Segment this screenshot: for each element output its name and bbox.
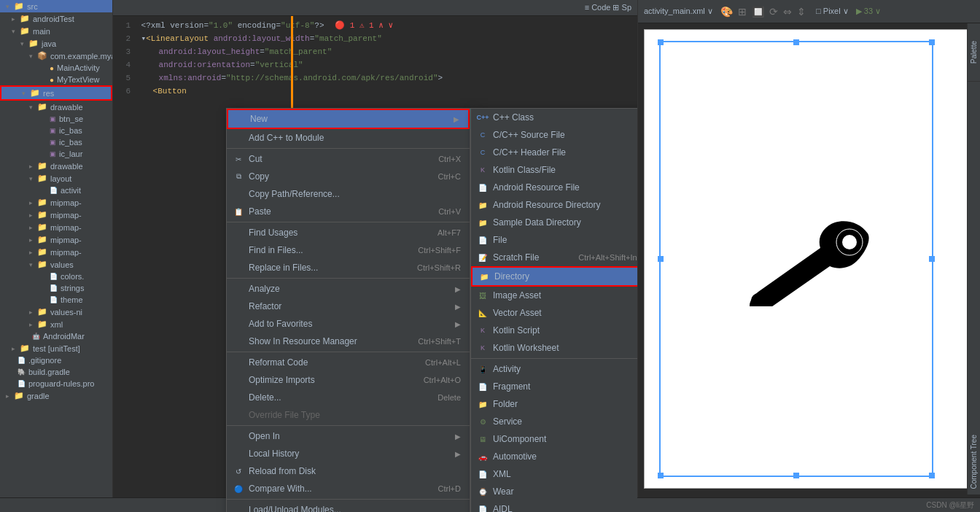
cpp-header-icon: C <box>477 147 489 158</box>
expand-arrow: ▸ <box>6 392 9 400</box>
sidebar-item-values-ni[interactable]: ▸ 📁 values-ni <box>0 306 112 318</box>
menu-item-find-files[interactable]: Find in Files... Ctrl+Shift+F <box>227 241 470 259</box>
vertical-fit-icon[interactable]: ⇕ <box>797 6 806 18</box>
rotate-icon[interactable]: ⟳ <box>769 6 778 18</box>
submenu-item-kotlin-worksheet[interactable]: K Kotlin Worksheet <box>471 339 637 357</box>
submenu-item-activity[interactable]: 📱 Activity ▶ <box>471 360 637 378</box>
sidebar-item-ic2[interactable]: ▣ ic_bas <box>0 136 112 148</box>
folder-icon: 📁 <box>37 198 47 207</box>
submenu-item-cpp-source[interactable]: C C/C++ Source File <box>471 126 637 144</box>
sidebar-item-buildgradle[interactable]: 🐘 build.gradle <box>0 366 112 378</box>
menu-item-add-favorites[interactable]: Add to Favorites ▶ <box>227 315 470 333</box>
sidebar-item-mipmap1[interactable]: ▸ 📁 mipmap- <box>0 196 112 209</box>
sidebar-item-java[interactable]: ▾ 📁 java <box>0 37 112 50</box>
sidebar-item-strings[interactable]: 📄 strings <box>0 282 112 294</box>
separator <box>471 358 637 359</box>
menu-item-replace-files[interactable]: Replace in Files... Ctrl+Shift+R <box>227 259 470 276</box>
sidebar-item-theme[interactable]: 📄 theme <box>0 294 112 306</box>
menu-item-copy-path[interactable]: Copy Path/Reference... <box>227 185 470 203</box>
sidebar-item-androidmanifest[interactable]: 🤖 AndroidMar <box>0 330 112 342</box>
menu-item-compare[interactable]: 🔵 Compare With... Ctrl+D <box>227 480 470 497</box>
screen-size-icon[interactable]: ⇔ <box>783 6 792 18</box>
menu-item-load-modules[interactable]: Load/Unload Modules... <box>227 501 470 512</box>
menu-item-delete[interactable]: Delete... Delete <box>227 389 470 406</box>
sidebar-item-drawable[interactable]: ▾ 📁 drawable <box>0 101 112 113</box>
palette-icon[interactable]: 🎨 <box>720 6 733 18</box>
submenu-item-kotlin-script[interactable]: K Kotlin Script <box>471 322 637 339</box>
menu-item-analyze[interactable]: Analyze ▶ <box>227 280 470 298</box>
sidebar-item-mipmap5[interactable]: ▸ 📁 mipmap- <box>0 246 112 258</box>
sidebar-item-gitignore[interactable]: 📄 .gitignore <box>0 354 112 366</box>
submenu-item-wear[interactable]: ⌚ Wear ▶ <box>471 483 637 500</box>
menu-item-refactor[interactable]: Refactor ▶ <box>227 298 470 315</box>
menu-item-local-history[interactable]: Local History ▶ <box>227 445 470 462</box>
line-number: 2 <box>116 32 136 45</box>
submenu-item-automotive[interactable]: 🚗 Automotive ▶ <box>471 448 637 465</box>
sidebar-item-test[interactable]: ▸ 📁 test [unitTest] <box>0 342 112 354</box>
sidebar-item-mipmap4[interactable]: ▸ 📁 mipmap- <box>0 233 112 246</box>
submenu-item-service[interactable]: ⚙ Service ▶ <box>471 413 637 430</box>
sidebar-item-btn[interactable]: ▣ btn_se <box>0 113 112 125</box>
submenu-item-android-resource-file[interactable]: 📄 Android Resource File <box>471 179 637 196</box>
submenu-item-scratch[interactable]: 📝 Scratch File Ctrl+Alt+Shift+Insert <box>471 249 637 266</box>
submenu-item-fragment[interactable]: 📄 Fragment ▶ <box>471 378 637 395</box>
expand-arrow: ▸ <box>29 309 33 316</box>
submenu-item-cpp-header[interactable]: C C/C++ Header File <box>471 144 637 161</box>
menu-item-new[interactable]: New ▶ <box>227 109 470 129</box>
sidebar-item-mytextview[interactable]: ● MyTextView <box>0 74 112 85</box>
editor-content[interactable]: 1 <?xml version="1.0" encoding="utf-8"?>… <box>113 16 637 101</box>
sidebar-item-colors[interactable]: 📄 colors. <box>0 271 112 282</box>
submenu-item-folder[interactable]: 📁 Folder ▶ <box>471 395 637 413</box>
sidebar-item-drawable2[interactable]: ▸ 📁 drawable <box>0 160 112 172</box>
menu-item-cut[interactable]: ✂ Cut Ctrl+X <box>227 150 470 168</box>
submenu-item-cpp-class[interactable]: C++ C++ Class <box>471 109 637 126</box>
submenu-item-file[interactable]: 📄 File <box>471 231 637 249</box>
menu-item-left: 📐 Vector Asset <box>477 307 542 319</box>
sidebar-item-package[interactable]: ▾ 📦 com.example.myapplicat <box>0 50 112 62</box>
line-number: 6 <box>116 85 136 98</box>
sidebar-item-main[interactable]: ▾ 📁 main <box>0 25 112 37</box>
sidebar-item-activity[interactable]: 📄 activit <box>0 185 112 196</box>
sidebar-item-xml[interactable]: ▸ 📁 xml <box>0 318 112 330</box>
menu-item-copy[interactable]: ⧉ Copy Ctrl+C <box>227 168 470 185</box>
sidebar-item-mipmap2[interactable]: ▸ 📁 mipmap- <box>0 209 112 221</box>
menu-item-show-resource[interactable]: Show In Resource Manager Ctrl+Shift+T <box>227 333 470 350</box>
submenu-item-xml[interactable]: 📄 XML ▶ <box>471 465 637 483</box>
sidebar-item-mainactivity[interactable]: ● MainActivity <box>0 62 112 74</box>
sidebar-item-androidtest[interactable]: ▸ 📁 androidTest <box>0 12 112 25</box>
sidebar-item-label: mipmap- <box>50 236 82 244</box>
sidebar-item-res[interactable]: ▾ 📁 res <box>0 85 112 101</box>
menu-item-reload[interactable]: ↺ Reload from Disk <box>227 462 470 480</box>
sidebar-item-mipmap3[interactable]: ▸ 📁 mipmap- <box>0 221 112 233</box>
menu-item-add-cpp[interactable]: Add C++ to Module <box>227 129 470 147</box>
sidebar-item-values[interactable]: ▾ 📁 values <box>0 258 112 271</box>
submenu-item-uicomponent[interactable]: 🖥 UiComponent ▶ <box>471 430 637 448</box>
sidebar-item-ic3[interactable]: ▣ ic_laur <box>0 148 112 160</box>
sidebar-item-gradle[interactable]: ▸ 📁 gradle <box>0 389 112 402</box>
editor-line-3: 3 android:layout_height="match_parent" <box>116 45 637 58</box>
menu-item-open-in[interactable]: Open In ▶ <box>227 427 470 445</box>
submenu-item-aidl[interactable]: 📄 AIDL ▶ <box>471 500 637 512</box>
submenu-item-directory[interactable]: 📁 Directory <box>471 266 637 287</box>
design-icon[interactable]: ⊞ <box>738 6 747 18</box>
blueprint-icon[interactable]: 🔲 <box>752 6 764 18</box>
sidebar-item-layout[interactable]: ▾ 📁 layout <box>0 172 112 185</box>
handle-bl <box>658 473 664 478</box>
menu-item-paste[interactable]: 📋 Paste Ctrl+V <box>227 203 470 220</box>
submenu-item-android-resource-dir[interactable]: 📁 Android Resource Directory <box>471 196 637 214</box>
sidebar-item-proguard[interactable]: 📄 proguard-rules.pro <box>0 378 112 389</box>
expand-arrow: ▾ <box>6 3 9 10</box>
component-tree-tab[interactable]: Component Tree <box>970 435 978 489</box>
submenu-item-kotlin-class[interactable]: K Kotlin Class/File <box>471 161 637 179</box>
sidebar-item-src[interactable]: ▾ 📁 src <box>0 0 112 12</box>
sidebar-item-ic1[interactable]: ▣ ic_bas <box>0 125 112 136</box>
expand-arrow: ▸ <box>29 199 33 206</box>
submenu-item-sample-data[interactable]: 📁 Sample Data Directory <box>471 214 637 231</box>
menu-item-reformat[interactable]: Reformat Code Ctrl+Alt+L <box>227 354 470 371</box>
menu-item-find-usages[interactable]: Find Usages Alt+F7 <box>227 224 470 241</box>
submenu-item-vector-asset[interactable]: 📐 Vector Asset <box>471 304 637 322</box>
menu-item-optimize[interactable]: Optimize Imports Ctrl+Alt+O <box>227 371 470 389</box>
line-number: 4 <box>116 58 136 71</box>
submenu-item-image-asset[interactable]: 🖼 Image Asset <box>471 287 637 304</box>
palette-tab[interactable]: Palette <box>967 23 980 82</box>
